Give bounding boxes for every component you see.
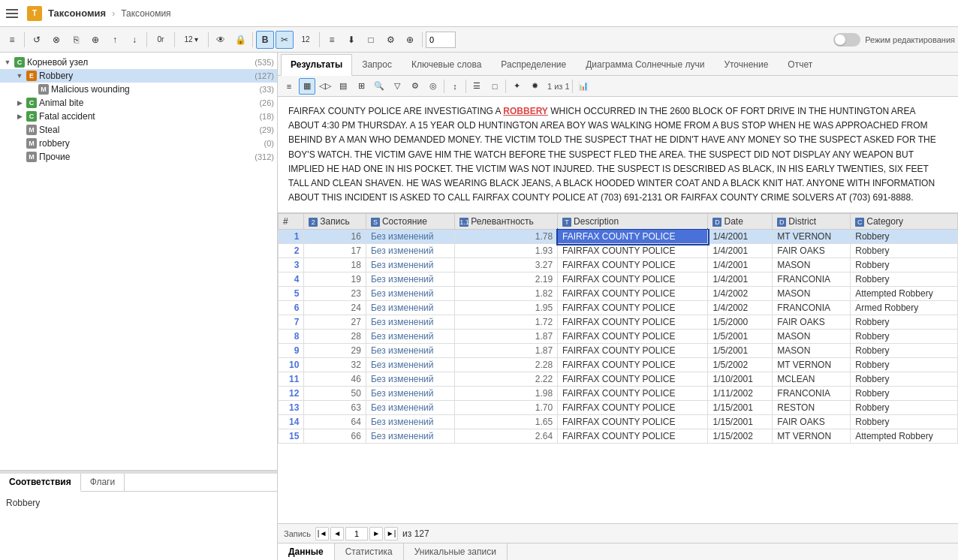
table-body: 116Без изменений1.78FAIRFAX COUNTY POLIC… bbox=[279, 230, 958, 444]
table-row[interactable]: 1566Без изменений2.64FAIRFAX COUNTY POLI… bbox=[279, 429, 958, 444]
col-date-icon: D bbox=[712, 218, 722, 227]
data-tab-stats[interactable]: Статистика bbox=[335, 543, 404, 560]
num-btn[interactable]: 12 ▾ bbox=[178, 31, 205, 49]
paste-btn[interactable]: ⊕ bbox=[86, 31, 104, 49]
pager-next[interactable]: ► bbox=[369, 527, 383, 540]
tab-distribution[interactable]: Распределение bbox=[491, 54, 576, 75]
tb2-nav-btn[interactable]: ◁▷ bbox=[317, 78, 333, 95]
tb2-chart-btn[interactable]: 📊 bbox=[575, 78, 592, 95]
tree-item-malicious[interactable]: ▶ M Malicious wounding (33) bbox=[0, 83, 277, 96]
up-btn[interactable]: ↑ bbox=[106, 31, 124, 49]
num-input[interactable] bbox=[426, 32, 456, 48]
table-row[interactable]: 727Без изменений1.72FAIRFAX COUNTY POLIC… bbox=[279, 315, 958, 330]
pager-last[interactable]: ►| bbox=[384, 527, 398, 540]
tb2-table-btn[interactable]: ▤ bbox=[335, 78, 351, 95]
tb2-box-btn[interactable]: □ bbox=[487, 78, 503, 95]
table-row[interactable]: 1032Без изменений2.28FAIRFAX COUNTY POLI… bbox=[279, 358, 958, 372]
bold-btn[interactable]: B bbox=[256, 31, 274, 49]
col-relevance-icon: 1.1 bbox=[459, 218, 468, 227]
data-tab-data[interactable]: Данные bbox=[278, 543, 335, 560]
pager-current[interactable] bbox=[345, 527, 368, 540]
cell-status: Без изменений bbox=[366, 358, 454, 372]
table-row[interactable]: 523Без изменений1.82FAIRFAX COUNTY POLIC… bbox=[279, 287, 958, 301]
tb2-circle-btn[interactable]: ◎ bbox=[425, 78, 441, 95]
table-row[interactable]: 1146Без изменений2.22FAIRFAX COUNTY POLI… bbox=[279, 372, 958, 387]
tb2-extract-btn[interactable]: ⊞ bbox=[353, 78, 369, 95]
tab-results[interactable]: Результаты bbox=[281, 54, 352, 76]
num2-btn[interactable]: 12 bbox=[295, 31, 316, 49]
tab-sunburst[interactable]: Диаграмма Солнечные лучи bbox=[576, 54, 714, 75]
correspondence-value: Robbery bbox=[6, 498, 40, 508]
col-status[interactable]: SСостояние bbox=[366, 214, 454, 230]
col-record[interactable]: 2Запись bbox=[304, 214, 366, 230]
reset-btn[interactable]: 0r bbox=[150, 31, 171, 49]
add-btn[interactable]: ⊕ bbox=[401, 31, 419, 49]
cut-btn[interactable]: ✂ bbox=[276, 31, 294, 49]
table-row[interactable]: 624Без изменений1.95FAIRFAX COUNTY POLIC… bbox=[279, 301, 958, 315]
tab-correspondences[interactable]: Соответствия bbox=[0, 474, 81, 492]
tb2-settings3-btn[interactable]: ⚙ bbox=[407, 78, 423, 95]
down-btn[interactable]: ↓ bbox=[125, 31, 143, 49]
tabs-bar: Результаты Запрос Ключевые слова Распред… bbox=[278, 53, 958, 76]
table-row[interactable]: 116Без изменений1.78FAIRFAX COUNTY POLIC… bbox=[279, 230, 958, 244]
col-description[interactable]: TDescription bbox=[558, 214, 708, 230]
data-tab-unique[interactable]: Уникальные записи bbox=[404, 543, 508, 560]
pager-first[interactable]: |◄ bbox=[315, 527, 329, 540]
tab-query[interactable]: Запрос bbox=[352, 54, 402, 75]
col-category[interactable]: CCategory bbox=[851, 214, 958, 230]
tb2-filter-btn[interactable]: ▽ bbox=[389, 78, 405, 95]
settings-btn[interactable]: ≡ bbox=[3, 31, 21, 49]
table-row[interactable]: 217Без изменений1.93FAIRFAX COUNTY POLIC… bbox=[279, 244, 958, 258]
square-btn[interactable]: □ bbox=[362, 31, 380, 49]
table-row[interactable]: 1363Без изменений1.70FAIRFAX COUNTY POLI… bbox=[279, 401, 958, 415]
cell-record: 64 bbox=[304, 415, 366, 429]
tree-item-steal[interactable]: ▶ M Steal (29) bbox=[0, 123, 277, 137]
data-tabs: Данные Статистика Уникальные записи bbox=[278, 543, 958, 560]
col-relevance[interactable]: 1.1Релевантность bbox=[455, 214, 558, 230]
tree-item-other[interactable]: ▶ M Прочие (312) bbox=[0, 150, 277, 164]
pager-prev[interactable]: ◄ bbox=[330, 527, 344, 540]
tb2-star2-btn[interactable]: ✸ bbox=[526, 78, 543, 95]
tab-flags[interactable]: Флаги bbox=[81, 474, 125, 491]
align-left-btn[interactable]: ≡ bbox=[281, 78, 297, 95]
tree-item-robbery[interactable]: ▼ E Robbery (127) bbox=[0, 69, 277, 83]
refresh-btn[interactable]: ↺ bbox=[28, 31, 46, 49]
tree-item-fatal[interactable]: ▶ C Fatal accident (18) bbox=[0, 110, 277, 123]
table-row[interactable]: 828Без изменений1.87FAIRFAX COUNTY POLIC… bbox=[279, 330, 958, 344]
table-row[interactable]: 318Без изменений3.27FAIRFAX COUNTY POLIC… bbox=[279, 258, 958, 272]
tree-root[interactable]: ▼ C Корневой узел (535) bbox=[0, 56, 277, 69]
tab-keywords[interactable]: Ключевые слова bbox=[402, 54, 491, 75]
tb2-list-btn[interactable]: ☰ bbox=[468, 78, 485, 95]
hamburger-menu[interactable] bbox=[6, 9, 18, 18]
toolbar2: ≡ ▦ ◁▷ ▤ ⊞ 🔍 ▽ ⚙ ◎ ↕ ☰ □ ✦ ✸ 1 из 1 📊 bbox=[278, 76, 958, 97]
tab-report[interactable]: Отчет bbox=[778, 54, 822, 75]
copy-btn[interactable]: ⎘ bbox=[67, 31, 85, 49]
view-btn[interactable]: 👁 bbox=[212, 31, 230, 49]
cell-district: FAIR OAKS bbox=[773, 315, 851, 330]
settings2-btn[interactable]: ⚙ bbox=[381, 31, 399, 49]
col-date[interactable]: DDate bbox=[708, 214, 773, 230]
cell-relevance: 2.19 bbox=[455, 272, 558, 287]
table-row[interactable]: 419Без изменений2.19FAIRFAX COUNTY POLIC… bbox=[279, 272, 958, 287]
cell-date: 1/11/2002 bbox=[708, 387, 773, 401]
table-row[interactable]: 1464Без изменений1.65FAIRFAX COUNTY POLI… bbox=[279, 415, 958, 429]
tb2-sort-btn[interactable]: ↕ bbox=[447, 78, 463, 95]
cell-category: Robbery bbox=[851, 415, 958, 429]
col-district[interactable]: DDistrict bbox=[773, 214, 851, 230]
menu-btn[interactable]: ≡ bbox=[323, 31, 341, 49]
tab-refine[interactable]: Уточнение bbox=[714, 54, 778, 75]
table-row[interactable]: 1250Без изменений1.98FAIRFAX COUNTY POLI… bbox=[279, 387, 958, 401]
tb2-grid-btn[interactable]: ▦ bbox=[299, 78, 315, 95]
tree-item-animal[interactable]: ▶ C Animal bite (26) bbox=[0, 96, 277, 110]
lock-btn[interactable]: 🔒 bbox=[231, 31, 249, 49]
table-row[interactable]: 929Без изменений1.87FAIRFAX COUNTY POLIC… bbox=[279, 344, 958, 358]
tree-item-robbery-lower[interactable]: ▶ M robbery (0) bbox=[0, 137, 277, 150]
tb2-star-btn[interactable]: ✦ bbox=[508, 78, 525, 95]
cell-relevance: 2.22 bbox=[455, 372, 558, 387]
edit-mode-toggle[interactable] bbox=[833, 33, 860, 47]
download-btn[interactable]: ⬇ bbox=[342, 31, 360, 49]
tb2-search-btn[interactable]: 🔍 bbox=[371, 78, 387, 95]
stop-btn[interactable]: ⊗ bbox=[47, 31, 65, 49]
edit-mode-label: Режим редактирования bbox=[865, 35, 955, 44]
cell-description: FAIRFAX COUNTY POLICE bbox=[558, 344, 708, 358]
